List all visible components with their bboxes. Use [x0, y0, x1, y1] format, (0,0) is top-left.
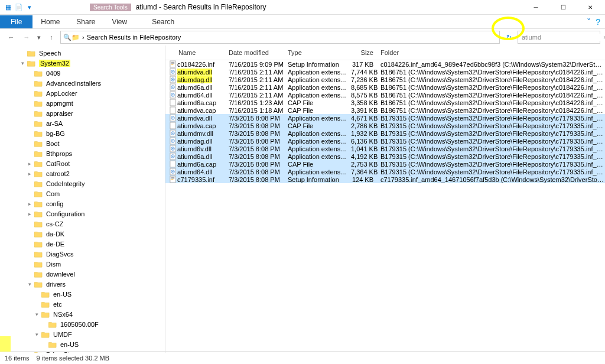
col-type[interactable]: Type	[288, 49, 351, 56]
minimize-button[interactable]: ─	[522, 0, 549, 15]
file-row[interactable]: atiumdva.cap7/3/2015 8:08 PMCAP File2,78…	[165, 122, 605, 129]
file-row[interactable]: atiumdmv.dll7/3/2015 8:08 PMApplication …	[165, 129, 605, 137]
tree-item[interactable]: ▸config	[0, 199, 165, 209]
nav-tree[interactable]: Speech▾System320409AdvancedInstallersApp…	[0, 46, 165, 353]
tree-item[interactable]: en-US	[0, 289, 165, 299]
home-tab[interactable]: Home	[32, 15, 68, 28]
tree-item[interactable]: etc	[0, 299, 165, 309]
tree-item[interactable]: ▾UMDF	[0, 329, 165, 339]
tree-item[interactable]: appraiser	[0, 108, 165, 118]
tree-item[interactable]: Bthprops	[0, 148, 165, 158]
svg-point-33	[172, 155, 173, 157]
forward-button[interactable]: →	[20, 31, 33, 44]
address-bar: ← → ▾ ↑ 🔍📁 › Search Results in FileRepos…	[0, 29, 605, 46]
col-name[interactable]: Name	[178, 49, 229, 56]
tree-item[interactable]: de-DE	[0, 239, 165, 249]
tree-item[interactable]: Dism	[0, 259, 165, 269]
tree-item[interactable]: ▾drivers	[0, 279, 165, 289]
status-item-count: 16 items	[5, 355, 30, 362]
properties-icon[interactable]: ▦	[4, 2, 13, 12]
file-date: 7/3/2015 8:08 PM	[229, 115, 288, 122]
expand-ribbon-icon[interactable]: ˅	[587, 17, 591, 27]
tree-item[interactable]: 1605050.00F	[0, 319, 165, 329]
new-folder-icon[interactable]: 📄	[14, 2, 24, 12]
tree-item[interactable]: 0409	[0, 68, 165, 78]
search-tab[interactable]: Search	[144, 15, 183, 28]
tree-item[interactable]: DiagSvcs	[0, 249, 165, 259]
window-controls: ─ ☐ ✕	[522, 0, 604, 15]
view-tab[interactable]: View	[103, 15, 135, 28]
file-row[interactable]: atiumd6a.dll7/3/2015 8:08 PMApplication …	[165, 152, 605, 160]
file-row[interactable]: atiumd6a.cap7/16/2015 1:23 AMCAP File3,3…	[165, 99, 605, 106]
tree-item[interactable]: Speech	[0, 48, 165, 58]
file-row[interactable]: atiumd6a.cap7/3/2015 8:08 PMCAP File2,75…	[165, 160, 605, 168]
status-bar: 16 items 9 items selected 30.2 MB	[0, 351, 605, 364]
column-headers[interactable]: Name Date modified Type Size Folder	[165, 46, 605, 60]
tree-item[interactable]: ▸catroot2	[0, 168, 165, 178]
tree-item[interactable]: appmgmt	[0, 98, 165, 108]
search-input[interactable]	[522, 34, 603, 41]
share-tab[interactable]: Share	[68, 15, 103, 28]
breadcrumb-chevron-icon[interactable]: ›	[82, 34, 84, 41]
file-row[interactable]: c7179335.inf7/3/2015 8:08 PMSetup Inform…	[165, 176, 605, 183]
file-row[interactable]: atiumdva.cap7/16/2015 1:18 AMCAP File3,3…	[165, 106, 605, 114]
file-name: atiumdag.dll	[177, 76, 229, 83]
tree-item[interactable]: CodeIntegrity	[0, 178, 165, 188]
file-row[interactable]: atiumd64.dll7/16/2015 2:11 AMApplication…	[165, 91, 605, 99]
tree-item[interactable]: ▸Configuration	[0, 209, 165, 219]
qat-dropdown-icon[interactable]: ▾	[25, 2, 34, 12]
back-button[interactable]: ←	[5, 31, 18, 44]
file-folder: c7179335.inf_amd64_14671056f7af5d3b (C:\…	[380, 176, 605, 183]
recent-dropdown-icon[interactable]: ▾	[35, 31, 43, 44]
file-row[interactable]: atiumd6a.dll7/16/2015 2:11 AMApplication…	[165, 83, 605, 91]
tree-item[interactable]: ar-SA	[0, 118, 165, 128]
file-tab[interactable]: File	[0, 15, 32, 28]
file-icon	[168, 68, 177, 76]
file-row[interactable]: atiumdva.dll7/16/2015 2:11 AMApplication…	[165, 68, 605, 76]
file-date: 7/16/2015 2:11 AM	[229, 76, 288, 83]
file-folder: B179315 (C:\Windows\System32\DriverStore…	[380, 145, 605, 152]
file-size: 7,744 KB	[351, 69, 380, 76]
col-folder[interactable]: Folder	[380, 49, 605, 56]
tree-item[interactable]: en-US	[0, 339, 165, 349]
breadcrumb[interactable]: 🔍📁 › Search Results in FileRepository	[60, 31, 500, 44]
tree-item[interactable]: bg-BG	[0, 128, 165, 138]
file-row[interactable]: c0184226.inf7/16/2015 9:09 PMSetup Infor…	[165, 60, 605, 68]
up-button[interactable]: ↑	[45, 31, 58, 44]
search-box[interactable]: ×	[518, 31, 600, 44]
col-date[interactable]: Date modified	[229, 49, 288, 56]
file-list[interactable]: Name Date modified Type Size Folder c018…	[165, 46, 605, 353]
tree-item-label: de-DE	[46, 240, 64, 248]
file-row[interactable]: atiumd64.dll7/3/2015 8:08 PMApplication …	[165, 168, 605, 176]
col-size[interactable]: Size	[351, 49, 380, 56]
tree-item[interactable]: ▸CatRoot	[0, 158, 165, 168]
tree-item[interactable]: cs-CZ	[0, 219, 165, 229]
refresh-button[interactable]: ↻	[502, 31, 515, 44]
file-row[interactable]: atiumdag.dll7/3/2015 8:08 PMApplication …	[165, 137, 605, 145]
file-icon	[168, 83, 177, 91]
close-button[interactable]: ✕	[577, 0, 604, 15]
file-row[interactable]: atiumdag.dll7/16/2015 2:11 AMApplication…	[165, 76, 605, 83]
tree-item-label: CodeIntegrity	[46, 180, 84, 187]
breadcrumb-text[interactable]: Search Results in FileRepository	[87, 34, 181, 41]
maximize-button[interactable]: ☐	[549, 0, 577, 15]
tree-item[interactable]: AdvancedInstallers	[0, 78, 165, 88]
tree-item[interactable]: Com	[0, 188, 165, 199]
file-type: Setup Information	[288, 61, 351, 68]
file-row[interactable]: atiumdva.dll7/3/2015 8:08 PMApplication …	[165, 114, 605, 122]
file-date: 7/16/2015 9:09 PM	[229, 61, 288, 68]
file-date: 7/16/2015 1:23 AM	[229, 99, 288, 106]
svg-rect-39	[171, 177, 174, 178]
file-size: 317 KB	[351, 61, 380, 68]
file-name: c0184226.inf	[177, 61, 229, 68]
tree-item[interactable]: downlevel	[0, 269, 165, 279]
tree-item[interactable]: Boot	[0, 138, 165, 148]
tree-item[interactable]: ▾NSx64	[0, 309, 165, 319]
tree-item[interactable]: AppLocker	[0, 88, 165, 98]
tree-item[interactable]: da-DK	[0, 229, 165, 239]
svg-rect-1	[171, 62, 174, 63]
help-icon[interactable]: ?	[596, 17, 600, 27]
tree-item[interactable]: ▾System32	[0, 58, 165, 68]
svg-rect-40	[171, 178, 174, 179]
file-row[interactable]: atiumd6v.dll7/3/2015 8:08 PMApplication …	[165, 145, 605, 152]
